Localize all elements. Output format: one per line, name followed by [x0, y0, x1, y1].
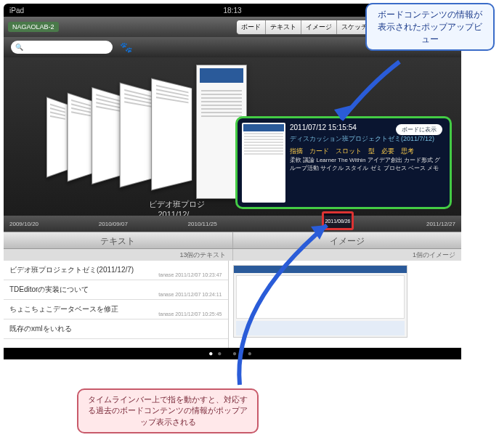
- list-item[interactable]: TDEditorの実装についてtanase 2011/12/07 10:24:1…: [4, 280, 228, 300]
- count-row: 13個のテキスト 1個のイメージ: [4, 249, 461, 261]
- tab-text[interactable]: テキスト: [266, 20, 301, 34]
- page-indicator[interactable]: ●● ● ●: [4, 348, 461, 359]
- popup-meta: 柔軟 議論 Learner The Within アイデア創出 カード形式 グル…: [290, 157, 445, 172]
- device-label: iPad: [9, 7, 24, 15]
- search-field[interactable]: 🔍: [11, 41, 113, 54]
- image-thumbnail[interactable]: [233, 265, 407, 338]
- list-item[interactable]: ちょこちょこデータベースを修正tanase 2011/12/07 10:25:4…: [4, 300, 228, 319]
- paw-icon[interactable]: 🐾: [120, 41, 132, 53]
- cover-item[interactable]: [68, 93, 94, 182]
- timeline-tick: 2009/10/20: [9, 221, 99, 227]
- text-count: 13個のテキスト: [4, 249, 233, 261]
- image-count: 1個のイメージ: [233, 249, 462, 261]
- clock: 18:13: [223, 7, 241, 15]
- image-header: イメージ: [233, 232, 462, 248]
- popup-title: ディスカッション班プロジェクトゼミ(2011/7/12): [290, 134, 445, 144]
- search-input[interactable]: [23, 44, 108, 52]
- search-icon: 🔍: [15, 44, 23, 51]
- content-area: ビデオ班プロジェクトゼミ(2011/12/7)tanase 2011/12/07…: [4, 261, 461, 348]
- tab-image[interactable]: イメージ: [301, 20, 337, 34]
- timeline-tick: 2011/12/27: [366, 221, 455, 227]
- split-header: テキスト イメージ: [4, 232, 461, 249]
- board-popup: 2011/07/12 15:15:54 ディスカッション班プロジェクトゼミ(20…: [235, 116, 452, 209]
- annotation-callout-bottom: タイムラインバー上で指を動かすと、対応する過去のボードコンテンツの情報がポップア…: [77, 388, 259, 433]
- cover-item[interactable]: [151, 78, 192, 190]
- list-item[interactable]: 既存のxmlをいれる: [4, 319, 228, 339]
- annotation-callout-top: ボードコンテンツの情報が表示されたポップアップビュー: [365, 3, 495, 51]
- cover-item[interactable]: [46, 97, 68, 177]
- cover-item[interactable]: [92, 87, 123, 184]
- text-header: テキスト: [4, 232, 233, 248]
- timeline-current-date: 2011/08/26: [325, 219, 350, 224]
- text-list[interactable]: ビデオ班プロジェクトゼミ(2011/12/7)tanase 2011/12/07…: [4, 261, 229, 348]
- list-item[interactable]: ビデオ班プロジェクトゼミ(2011/12/7)tanase 2011/12/07…: [4, 261, 228, 280]
- popup-thumbnail[interactable]: [242, 123, 285, 203]
- popup-tags: 指摘 カード スロット 型 必要 思考: [290, 147, 445, 156]
- timeline-bar[interactable]: 2009/10/20 2010/09/07 2010/11/25 2011/12…: [4, 216, 461, 232]
- app-name-badge[interactable]: NAGAOLAB-2: [8, 22, 59, 32]
- show-on-board-button[interactable]: ボードに表示: [396, 124, 442, 135]
- timeline-tick: 2010/09/07: [99, 221, 188, 227]
- timeline-current-marker[interactable]: 2011/08/26: [322, 211, 354, 230]
- timeline-tick: 2010/11/25: [188, 221, 277, 227]
- tab-board[interactable]: ボード: [237, 20, 266, 34]
- image-panel: [229, 261, 462, 348]
